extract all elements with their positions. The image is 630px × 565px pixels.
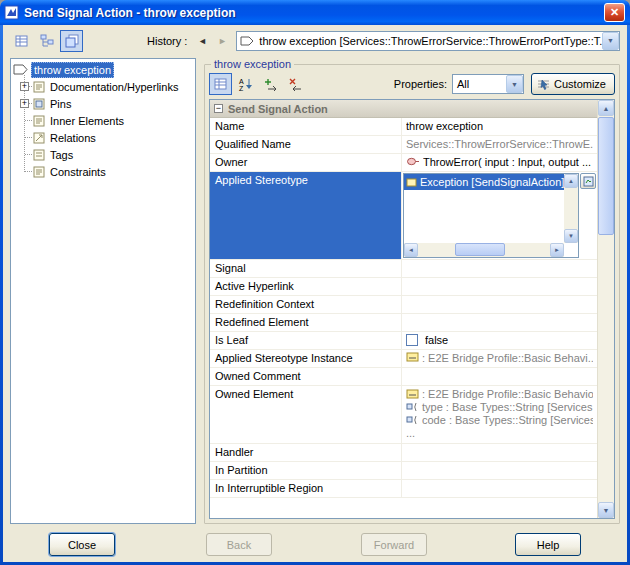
tree-children: + Documentation/Hyperlinks + Pins (19, 78, 195, 180)
history-dropdown-value: throw exception [Services::ThrowErrorSer… (256, 35, 602, 47)
send-signal-action-icon (13, 64, 28, 75)
tree-item-label: Tags (48, 148, 75, 162)
tree-item-label: throw exception (31, 62, 114, 78)
property-row-redefinition-context: Redefinition Context (210, 296, 597, 314)
is-leaf-checkbox[interactable] (406, 334, 418, 346)
list-horizontal-scrollbar[interactable]: ◄ ► (404, 243, 564, 257)
customize-button-label: Customize (554, 78, 606, 90)
scrollbar-thumb[interactable] (598, 117, 614, 235)
property-row-in-partition: In Partition (210, 462, 597, 480)
tree-item-label: Inner Elements (48, 114, 126, 128)
stereotype-list[interactable]: Exception [SendSignalAction] [E2... ▲ ▼ … (403, 173, 579, 258)
tree-item-inner-elements[interactable]: Inner Elements (19, 112, 195, 129)
owned-element-item[interactable]: code : Base Types::String [Services: (406, 414, 593, 426)
tree-item-pins[interactable]: + Pins (19, 95, 195, 112)
history-label: History : (147, 35, 187, 47)
owned-element-item[interactable]: type : Base Types::String [Services: (406, 401, 593, 413)
sort-alphabetical-icon[interactable]: AZ (234, 73, 257, 95)
history-back-icon[interactable]: ◄ (193, 32, 211, 50)
collapse-minus-icon[interactable]: − (214, 104, 223, 113)
close-button[interactable]: Close (49, 533, 115, 556)
back-button[interactable]: Back (206, 533, 272, 556)
scrollbar-track[interactable] (598, 116, 614, 502)
property-row-name: Name throw exception (210, 118, 597, 136)
stack-view-icon[interactable] (60, 30, 83, 52)
stereotype-list-item[interactable]: Exception [SendSignalAction] [E2... (404, 174, 564, 190)
property-row-handler: Handler (210, 444, 597, 462)
property-row-in-interruptible-region: In Interruptible Region (210, 480, 597, 498)
close-icon[interactable]: ✕ (604, 3, 625, 22)
owned-element-item[interactable]: : E2E Bridge Profile::Basic Behaviour... (406, 388, 593, 400)
hierarchy-view-icon[interactable] (35, 30, 58, 52)
scrollbar-track[interactable] (418, 243, 550, 257)
scroll-down-icon[interactable]: ▼ (598, 502, 614, 518)
pins-icon (33, 98, 45, 110)
property-row-applied-stereotype: Applied Stereotype Exception [SendSignal… (210, 172, 597, 260)
tree-item-throw-exception[interactable]: throw exception (13, 61, 195, 78)
grid-view-icon[interactable] (10, 30, 33, 52)
section-header-label: Send Signal Action (228, 103, 328, 115)
top-toolbar: History : ◄ ► throw exception [Services:… (3, 25, 627, 56)
send-signal-action-icon (240, 36, 254, 46)
categorized-view-icon[interactable] (209, 73, 232, 95)
help-button[interactable]: Help (515, 533, 581, 556)
dropdown-arrow-icon[interactable]: ▼ (602, 32, 619, 50)
scroll-up-icon[interactable]: ▲ (564, 174, 578, 188)
tree-item-label: Pins (48, 97, 73, 111)
forward-button[interactable]: Forward (361, 533, 427, 556)
property-row-is-leaf: Is Leaf false (210, 332, 597, 350)
scroll-left-icon[interactable]: ◄ (404, 243, 418, 257)
properties-toolbar: AZ Properties: All ▼ (209, 71, 615, 99)
dialog-window: Send Signal Action - throw exception ✕ H… (0, 0, 630, 565)
collapse-all-icon[interactable] (284, 73, 307, 95)
properties-label: Properties: (394, 78, 447, 90)
window-icon (4, 5, 20, 21)
operation-icon (406, 156, 420, 167)
edit-stereotype-button[interactable] (580, 173, 596, 189)
tree-item-documentation[interactable]: + Documentation/Hyperlinks (19, 78, 195, 95)
tree-item-tags[interactable]: Tags (19, 146, 195, 163)
pin-icon (406, 402, 419, 412)
customize-button[interactable]: Customize (531, 73, 615, 95)
dialog-body: History : ◄ ► throw exception [Services:… (3, 25, 627, 562)
scroll-up-icon[interactable]: ▲ (598, 100, 614, 116)
svg-text:Z: Z (239, 85, 244, 91)
constraints-icon (33, 166, 45, 178)
tree-item-label: Relations (48, 131, 98, 145)
pin-icon (406, 415, 419, 425)
title-bar[interactable]: Send Signal Action - throw exception ✕ (0, 0, 630, 25)
scrollbar-thumb[interactable] (455, 243, 505, 256)
properties-filter-dropdown[interactable]: All ▼ (452, 74, 524, 94)
documentation-icon (33, 81, 45, 93)
expand-plus-icon[interactable]: + (20, 82, 29, 91)
property-row-owned-element: Owned Element : E2E Bridge Profile::Basi… (210, 386, 597, 444)
expand-plus-icon[interactable]: + (20, 99, 29, 108)
tree-item-label: Documentation/Hyperlinks (48, 80, 180, 94)
customize-icon (537, 78, 550, 90)
section-header-send-signal-action[interactable]: − Send Signal Action (210, 100, 597, 118)
relations-icon (33, 132, 45, 144)
button-bar: Close Back Forward Help (3, 528, 627, 562)
grid-vertical-scrollbar[interactable]: ▲ ▼ (597, 100, 614, 518)
properties-filter-value: All (453, 78, 506, 90)
list-vertical-scrollbar[interactable]: ▲ ▼ (564, 174, 578, 243)
tree-item-label: Constraints (48, 165, 108, 179)
history-dropdown[interactable]: throw exception [Services::ThrowErrorSer… (236, 31, 620, 51)
property-row-redefined-element: Redefined Element (210, 314, 597, 332)
history-forward-icon[interactable]: ► (213, 32, 231, 50)
scroll-right-icon[interactable]: ► (550, 243, 564, 257)
dropdown-arrow-icon[interactable]: ▼ (506, 75, 523, 93)
element-tree: throw exception + Documentation/Hyperlin… (10, 58, 196, 524)
property-row-owner: Owner ThrowError( input : Input, output … (210, 154, 597, 172)
property-row-qualified-name: Qualified Name Services::ThrowErrorServi… (210, 136, 597, 154)
properties-group: throw exception AZ (204, 58, 620, 524)
tree-item-relations[interactable]: Relations (19, 129, 195, 146)
scroll-down-icon[interactable]: ▼ (564, 229, 578, 243)
window-title: Send Signal Action - throw exception (24, 6, 600, 20)
expand-all-icon[interactable] (259, 73, 282, 95)
tags-icon (33, 149, 45, 161)
instance-icon (406, 389, 419, 399)
owned-element-more: ... (406, 427, 593, 439)
tree-item-constraints[interactable]: Constraints (19, 163, 195, 180)
stereotype-icon (406, 178, 417, 187)
